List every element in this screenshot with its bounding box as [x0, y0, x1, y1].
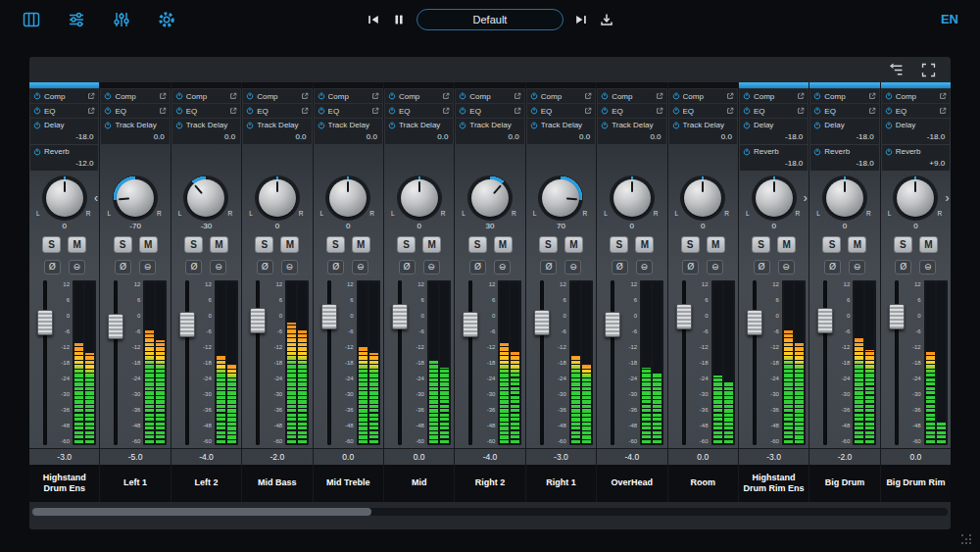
- phase-button[interactable]: Ø: [257, 260, 273, 275]
- fader-column[interactable]: [460, 277, 481, 448]
- channel-name[interactable]: Big Drum: [809, 465, 879, 502]
- width-button[interactable]: ⊖: [778, 260, 795, 275]
- pan-knob[interactable]: [538, 176, 583, 221]
- solo-button[interactable]: S: [894, 236, 912, 253]
- power-icon[interactable]: [813, 122, 821, 129]
- power-icon[interactable]: [246, 107, 254, 115]
- fader-column[interactable]: [247, 277, 269, 448]
- fx-slot-delay[interactable]: Track Delay 0.0: [243, 119, 311, 144]
- power-icon[interactable]: [601, 122, 609, 129]
- power-icon[interactable]: [743, 92, 751, 100]
- power-icon[interactable]: [459, 107, 466, 115]
- power-icon[interactable]: [813, 148, 821, 156]
- fx-slot-comp[interactable]: Comp: [882, 89, 950, 103]
- fx-slot-delay[interactable]: Delay -18.0: [740, 119, 808, 144]
- power-icon[interactable]: [601, 92, 609, 100]
- phase-button[interactable]: Ø: [399, 260, 416, 275]
- external-link-icon[interactable]: [87, 107, 95, 115]
- fader-track[interactable]: [540, 280, 544, 445]
- window-resize-grip[interactable]: [961, 534, 973, 546]
- fx-slot-comp[interactable]: Comp: [30, 89, 98, 103]
- width-button[interactable]: ⊖: [69, 260, 85, 275]
- pan-knob[interactable]: [467, 176, 513, 221]
- power-icon[interactable]: [318, 107, 325, 115]
- pan-knob[interactable]: [113, 176, 158, 221]
- mute-button[interactable]: M: [635, 236, 654, 253]
- width-button[interactable]: ⊖: [281, 260, 298, 275]
- external-link-icon[interactable]: [514, 107, 521, 115]
- fader-column[interactable]: [318, 277, 340, 448]
- mute-button[interactable]: M: [564, 236, 583, 253]
- fx-slot-eq[interactable]: EQ: [315, 104, 382, 118]
- pan-knob[interactable]: [752, 176, 797, 221]
- fx-slot-reverb[interactable]: Reverb -18.0: [740, 145, 808, 171]
- power-icon[interactable]: [743, 148, 751, 156]
- external-link-icon[interactable]: [656, 107, 663, 115]
- pan-knob[interactable]: [325, 176, 370, 221]
- fx-slot-delay[interactable]: Track Delay 0.0: [456, 119, 523, 144]
- horizontal-scrollbar[interactable]: [32, 508, 948, 516]
- fader-cap[interactable]: [534, 310, 550, 335]
- power-icon[interactable]: [530, 107, 538, 115]
- fx-slot-reverb[interactable]: Reverb -18.0: [810, 145, 878, 171]
- solo-button[interactable]: S: [326, 236, 345, 253]
- external-link-icon[interactable]: [229, 107, 237, 115]
- width-button[interactable]: ⊖: [494, 260, 511, 275]
- fx-slot-eq[interactable]: EQ: [882, 104, 950, 118]
- power-icon[interactable]: [885, 122, 893, 129]
- fader-cap[interactable]: [179, 312, 195, 337]
- fx-slot-comp[interactable]: Comp: [315, 89, 382, 103]
- power-icon[interactable]: [104, 107, 112, 115]
- solo-button[interactable]: S: [114, 236, 132, 253]
- fader-cap[interactable]: [392, 304, 408, 329]
- fader-cap[interactable]: [605, 312, 620, 337]
- power-icon[interactable]: [459, 122, 466, 129]
- fader-track[interactable]: [114, 280, 118, 445]
- phase-button[interactable]: Ø: [44, 260, 61, 275]
- fx-slot-eq[interactable]: EQ: [810, 104, 878, 118]
- external-link-icon[interactable]: [371, 92, 379, 100]
- channel-name[interactable]: OverHead: [597, 465, 666, 502]
- fader-column[interactable]: [602, 277, 623, 448]
- fx-slot-comp[interactable]: Comp: [810, 89, 878, 103]
- width-button[interactable]: ⊖: [564, 260, 581, 275]
- width-button[interactable]: ⊖: [423, 260, 440, 275]
- strip-arrow[interactable]: ‹: [91, 191, 100, 205]
- fader-cap[interactable]: [463, 312, 478, 337]
- pan-knob[interactable]: [397, 176, 442, 221]
- fx-slot-eq[interactable]: EQ: [101, 104, 169, 118]
- fx-slot-comp[interactable]: Comp: [669, 89, 737, 103]
- fader-cap[interactable]: [817, 308, 833, 333]
- solo-button[interactable]: S: [539, 236, 558, 253]
- solo-button[interactable]: S: [42, 236, 61, 253]
- power-icon[interactable]: [318, 122, 325, 129]
- mute-button[interactable]: M: [210, 236, 228, 253]
- phase-button[interactable]: Ø: [824, 260, 841, 275]
- fader-column[interactable]: [673, 277, 695, 448]
- channel-name[interactable]: Mid Bass: [242, 465, 312, 502]
- pan-knob[interactable]: [893, 176, 938, 221]
- power-icon[interactable]: [672, 92, 680, 100]
- width-button[interactable]: ⊖: [849, 260, 865, 275]
- scrollbar-thumb[interactable]: [32, 508, 371, 516]
- fader-column[interactable]: [176, 277, 198, 448]
- external-link-icon[interactable]: [584, 92, 592, 100]
- external-link-icon[interactable]: [868, 107, 876, 115]
- width-button[interactable]: ⊖: [636, 260, 653, 275]
- fader-column[interactable]: [886, 277, 907, 448]
- fx-slot-delay[interactable]: Delay -18.0: [810, 119, 878, 144]
- pan-knob[interactable]: [822, 176, 867, 221]
- fader-track[interactable]: [185, 280, 189, 445]
- fader-track[interactable]: [43, 280, 47, 445]
- power-icon[interactable]: [33, 148, 41, 156]
- pan-knob[interactable]: [183, 176, 228, 221]
- power-icon[interactable]: [672, 122, 680, 129]
- external-link-icon[interactable]: [442, 92, 450, 100]
- power-icon[interactable]: [246, 92, 254, 100]
- power-icon[interactable]: [885, 148, 893, 156]
- mute-button[interactable]: M: [68, 236, 86, 253]
- external-link-icon[interactable]: [159, 107, 167, 115]
- phase-button[interactable]: Ø: [682, 260, 699, 275]
- fx-slot-comp[interactable]: Comp: [527, 89, 595, 103]
- solo-button[interactable]: S: [610, 236, 628, 253]
